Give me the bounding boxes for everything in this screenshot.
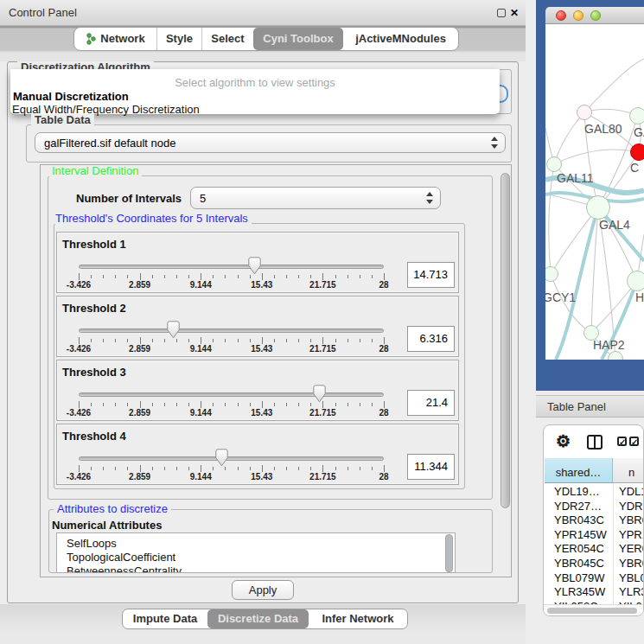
slider-minor-tick — [115, 339, 116, 342]
checkbox-icon[interactable]: ✓ — [617, 437, 627, 446]
horizontal-scrollbar[interactable] — [544, 604, 644, 615]
slider-track[interactable] — [79, 392, 384, 397]
threshold-panel-3: Threshold 3-3.4262.8599.14415.4321.71528… — [56, 360, 459, 421]
network-window: GAL80GAGAL11CGAL4GCY1HHAP2 — [545, 7, 644, 360]
threshold-value-field[interactable]: 6.316 — [407, 326, 455, 352]
threshold-value-field[interactable]: 21.4 — [407, 390, 455, 416]
slider-thumb[interactable] — [248, 257, 261, 278]
slider-scale-label: 28 — [379, 280, 388, 290]
columns-icon[interactable] — [587, 435, 603, 450]
slider-scale-label: 28 — [379, 472, 388, 481]
float-window-icon[interactable] — [497, 9, 506, 17]
tab-cyni-toolbox[interactable]: Cyni Toolbox — [253, 28, 343, 50]
apply-button[interactable]: Apply — [232, 580, 294, 600]
threshold-value-field[interactable]: 14.713 — [407, 262, 455, 288]
slider-minor-tick — [372, 339, 373, 342]
slider-minor-tick — [152, 467, 153, 470]
cell-shared-name: YBL079W — [554, 571, 605, 584]
slider-minor-tick — [164, 403, 165, 406]
close-icon[interactable]: ✕ — [510, 7, 519, 19]
node-gal80[interactable] — [577, 105, 592, 120]
slider-track[interactable] — [79, 328, 384, 333]
interval-definition-group-title: Interval Definition — [48, 165, 142, 176]
cell-shared-name: YLR345W — [554, 585, 605, 598]
tab-discretize-data[interactable]: Discretize Data — [207, 609, 309, 628]
slider-minor-tick — [188, 275, 189, 278]
node-table-card: ⚙ ✓ ✓ shared… n YDL19…YDL1YDR27…YDR2YBR0… — [543, 424, 644, 616]
threshold-panel-1: Threshold 1-3.4262.8599.14415.4321.71528… — [56, 232, 459, 293]
table-data-group-title: Table Data — [31, 114, 94, 125]
slider-minor-tick — [372, 403, 373, 406]
slider-thumb[interactable] — [167, 321, 180, 342]
slider-track[interactable] — [79, 456, 384, 461]
slider-minor-tick — [91, 339, 92, 342]
checkbox-icon[interactable]: ✓ — [629, 437, 639, 446]
tab-impute-data[interactable]: Impute Data — [123, 609, 207, 628]
control-panel-titlebar: Control Panel ✕ — [0, 0, 526, 26]
slider-minor-tick — [360, 467, 360, 470]
numerical-attributes-list[interactable]: SelfLoopsTopologicalCoefficientBetweenne… — [56, 532, 456, 573]
node-table-rows: YDL19…YDL1YDR27…YDR2YBR043CYBR0YPR145WYP… — [545, 483, 644, 604]
gear-icon[interactable]: ⚙ — [556, 433, 571, 450]
slider-major-tick — [262, 401, 263, 408]
mac-zoom-icon[interactable] — [590, 10, 601, 21]
slider-minor-tick — [176, 467, 177, 470]
slider-major-tick — [262, 273, 263, 280]
slider-major-tick — [201, 273, 201, 280]
cell-name: YER0 — [619, 542, 644, 555]
algorithm-dropdown-popup: Select algorithm to view settings Manual… — [10, 69, 500, 114]
cell-name: YBR0 — [619, 513, 644, 526]
tab-style[interactable]: Style — [156, 28, 201, 50]
tab-infer-network[interactable]: Infer Network — [309, 609, 407, 628]
slider-scale-label: 9.144 — [190, 472, 212, 481]
slider-scale-label: 2.859 — [129, 472, 150, 481]
slider-major-tick — [262, 465, 263, 472]
network-canvas[interactable]: GAL80GAGAL11CGAL4GCY1HHAP2 — [545, 24, 644, 360]
threshold-value-field[interactable]: 11.344 — [407, 454, 455, 480]
slider-minor-tick — [225, 403, 226, 406]
cell-shared-name: YDR27… — [554, 500, 602, 513]
slider-thumb[interactable] — [215, 449, 228, 470]
slider-scale-label: -3.426 — [67, 472, 91, 481]
slider-track[interactable] — [79, 265, 384, 269]
slider-minor-tick — [188, 339, 189, 342]
slider-scale-label: 9.144 — [190, 280, 212, 290]
slider-thumb[interactable] — [313, 385, 326, 406]
node-red[interactable] — [630, 143, 644, 161]
column-header-shared-name[interactable]: shared… — [545, 458, 613, 483]
slider-scale-label: 21.715 — [309, 408, 336, 418]
network-window-titlebar — [545, 7, 644, 24]
dropdown-hint-item[interactable]: Select algorithm to view settings — [10, 76, 500, 89]
number-of-intervals-combobox[interactable]: 5 — [190, 187, 441, 209]
slider-minor-tick — [310, 403, 311, 406]
node-gal11[interactable] — [546, 156, 562, 172]
slider-minor-tick — [274, 467, 275, 470]
slider-minor-tick — [286, 275, 287, 278]
slider-minor-tick — [188, 403, 189, 406]
slider-minor-tick — [127, 339, 128, 342]
list-scrollbar[interactable] — [445, 534, 453, 572]
node-h[interactable] — [627, 271, 644, 291]
dropdown-option-manual[interactable]: Manual Discretization — [13, 90, 129, 103]
slider-minor-tick — [164, 339, 165, 342]
slider-minor-tick — [298, 275, 299, 278]
node-gal4[interactable] — [586, 195, 610, 220]
slider-minor-tick — [115, 275, 116, 278]
attribute-item[interactable]: BetweennessCentrality — [67, 564, 182, 573]
horizontal-scrollbar-thumb[interactable] — [547, 608, 637, 614]
attribute-item[interactable]: SelfLoops — [67, 537, 117, 550]
slider-major-tick — [79, 465, 80, 472]
vertical-scrollbar[interactable] — [501, 173, 510, 508]
tab-jactivemnodules[interactable]: jActiveMNodules — [343, 28, 458, 50]
mac-minimize-icon[interactable] — [573, 10, 583, 21]
slider-major-tick — [79, 401, 80, 408]
node-top-right[interactable] — [629, 107, 644, 124]
tab-select[interactable]: Select — [201, 28, 253, 50]
table-data-combobox[interactable]: galFiltered.sif default node — [35, 132, 506, 153]
tab-network[interactable]: Network — [74, 28, 156, 50]
slider-minor-tick — [298, 339, 299, 342]
mac-close-icon[interactable] — [556, 10, 566, 21]
slider-minor-tick — [115, 403, 116, 406]
attribute-item[interactable]: TopologicalCoefficient — [67, 551, 175, 564]
column-header-name[interactable]: n — [613, 458, 644, 483]
